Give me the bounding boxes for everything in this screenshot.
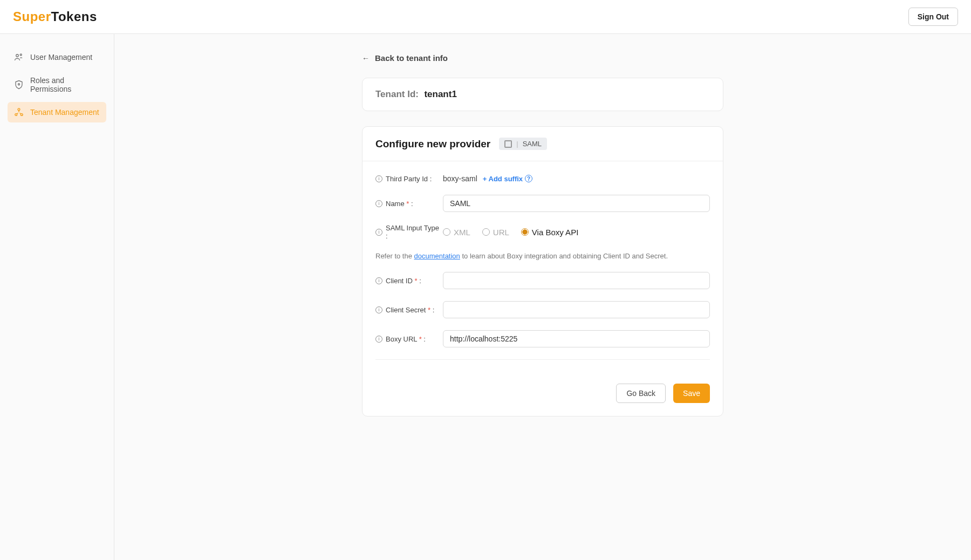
- name-label: Name * :: [386, 200, 413, 208]
- client-id-input[interactable]: [443, 272, 710, 289]
- sidebar-item-label: Tenant Management: [30, 108, 99, 117]
- logo: SuperTokens: [13, 9, 97, 24]
- documentation-link[interactable]: documentation: [414, 252, 460, 260]
- info-icon[interactable]: i: [375, 306, 382, 313]
- svg-point-0: [16, 54, 19, 57]
- provider-badge: | SAML: [499, 138, 547, 150]
- sidebar-item-roles[interactable]: Roles and Permissions: [8, 71, 106, 99]
- third-party-id-value: boxy-saml: [443, 174, 477, 183]
- info-icon[interactable]: i: [375, 277, 382, 284]
- sidebar-item-user-management[interactable]: User Management: [8, 47, 106, 67]
- third-party-id-label: Third Party Id :: [386, 175, 432, 183]
- main-content: ← Back to tenant info Tenant Id: tenant1…: [114, 34, 971, 560]
- svg-point-3: [18, 108, 20, 111]
- info-icon[interactable]: i: [375, 175, 382, 182]
- boxy-url-label: Boxy URL * :: [386, 335, 426, 343]
- sidebar-item-label: User Management: [30, 53, 92, 62]
- help-icon[interactable]: ?: [525, 175, 532, 182]
- svg-point-4: [15, 114, 17, 116]
- go-back-button[interactable]: Go Back: [616, 384, 666, 403]
- back-link[interactable]: ← Back to tenant info: [362, 53, 723, 63]
- svg-point-1: [20, 54, 22, 56]
- saml-input-type-label: SAML Input Type :: [386, 224, 443, 240]
- sidebar-item-label: Roles and Permissions: [30, 76, 100, 93]
- badge-text: SAML: [523, 140, 542, 148]
- people-icon: [14, 52, 24, 62]
- radio-url[interactable]: URL: [482, 228, 509, 237]
- divider: [375, 359, 710, 360]
- shield-icon: [14, 80, 24, 90]
- tenant-id-value: tenant1: [424, 89, 456, 99]
- header: SuperTokens Sign Out: [0, 0, 971, 34]
- radio-via-boxy[interactable]: Via Boxy API: [521, 228, 578, 237]
- client-secret-label: Client Secret * :: [386, 306, 434, 314]
- tenant-id-card: Tenant Id: tenant1: [362, 78, 723, 111]
- help-text: Refer to the documentation to learn abou…: [375, 252, 710, 260]
- svg-point-2: [18, 84, 20, 85]
- save-button[interactable]: Save: [673, 384, 710, 403]
- back-link-label: Back to tenant info: [375, 53, 448, 63]
- radio-xml[interactable]: XML: [443, 228, 470, 237]
- square-icon: [504, 140, 512, 148]
- form-title: Configure new provider: [375, 138, 490, 150]
- arrow-left-icon: ←: [362, 54, 370, 63]
- signout-button[interactable]: Sign Out: [908, 8, 958, 26]
- client-secret-input[interactable]: [443, 301, 710, 318]
- sidebar-item-tenant-management[interactable]: Tenant Management: [8, 102, 106, 122]
- name-input[interactable]: [443, 195, 710, 212]
- sidebar: User Management Roles and Permissions Te…: [0, 34, 114, 560]
- info-icon[interactable]: i: [375, 200, 382, 207]
- tenant-icon: [14, 107, 24, 117]
- add-suffix-link[interactable]: + Add suffix ?: [483, 175, 532, 183]
- svg-point-5: [20, 114, 23, 116]
- tenant-id-label: Tenant Id:: [375, 89, 419, 99]
- info-icon[interactable]: i: [375, 336, 382, 343]
- provider-form-card: Configure new provider | SAML i Third Pa…: [362, 126, 723, 416]
- client-id-label: Client ID * :: [386, 277, 421, 285]
- boxy-url-input[interactable]: [443, 330, 710, 347]
- info-icon[interactable]: i: [375, 229, 382, 236]
